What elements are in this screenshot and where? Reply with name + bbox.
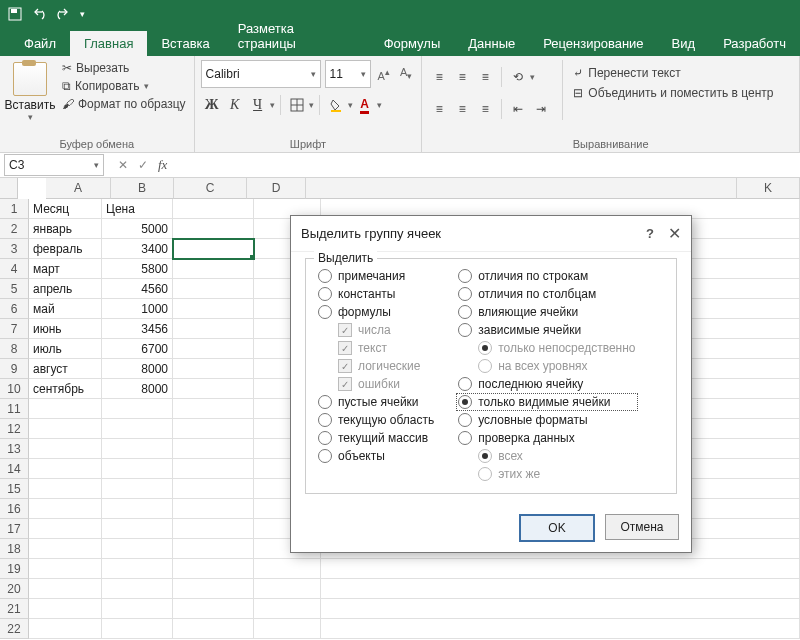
row-head[interactable]: 12 (0, 419, 29, 439)
opt-row-diff[interactable]: отличия по строкам (458, 269, 635, 283)
cell[interactable]: Месяц (29, 199, 102, 219)
cell[interactable] (29, 599, 102, 619)
cell[interactable] (321, 599, 800, 619)
col-head-b[interactable]: B (111, 178, 174, 199)
opt-col-diff[interactable]: отличия по столбцам (458, 287, 635, 301)
cell[interactable] (173, 239, 254, 259)
row-head[interactable]: 22 (0, 619, 29, 639)
row-head[interactable]: 16 (0, 499, 29, 519)
opt-comments[interactable]: примечания (318, 269, 434, 283)
cell[interactable] (254, 559, 321, 579)
row-head[interactable]: 3 (0, 239, 29, 259)
align-right-icon[interactable]: ≡ (474, 98, 496, 120)
qat-customize-icon[interactable]: ▾ (80, 9, 85, 19)
cell[interactable] (29, 619, 102, 639)
opt-visible-only[interactable]: только видимые ячейки (458, 395, 635, 409)
opt-objects[interactable]: объекты (318, 449, 434, 463)
row-head[interactable]: 2 (0, 219, 29, 239)
cell[interactable] (321, 619, 800, 639)
cell[interactable] (173, 579, 254, 599)
cut-button[interactable]: ✂Вырезать (60, 60, 188, 76)
row-head[interactable]: 11 (0, 399, 29, 419)
cell[interactable]: август (29, 359, 102, 379)
row-head[interactable]: 19 (0, 559, 29, 579)
col-head-k[interactable]: K (737, 178, 800, 199)
col-head-c[interactable]: C (174, 178, 247, 199)
row-head[interactable]: 8 (0, 339, 29, 359)
cell[interactable] (173, 199, 254, 219)
redo-icon[interactable] (56, 7, 70, 21)
cell[interactable] (102, 459, 173, 479)
row-head[interactable]: 20 (0, 579, 29, 599)
merge-center-button[interactable]: ⊟Объединить и поместить в центр (573, 86, 773, 100)
row-head[interactable]: 17 (0, 519, 29, 539)
opt-blanks[interactable]: пустые ячейки (318, 395, 434, 409)
row-head[interactable]: 1 (0, 199, 29, 219)
cell[interactable]: февраль (29, 239, 102, 259)
cell[interactable] (102, 579, 173, 599)
tab-review[interactable]: Рецензирование (529, 31, 657, 56)
cell[interactable] (173, 519, 254, 539)
row-head[interactable]: 13 (0, 439, 29, 459)
cell[interactable]: январь (29, 219, 102, 239)
undo-icon[interactable] (32, 7, 46, 21)
opt-last-cell[interactable]: последнюю ячейку (458, 377, 635, 391)
cell[interactable] (173, 559, 254, 579)
cell[interactable] (29, 479, 102, 499)
cell[interactable] (173, 459, 254, 479)
cancel-button[interactable]: Отмена (605, 514, 679, 540)
cell[interactable] (173, 479, 254, 499)
cell[interactable] (173, 279, 254, 299)
align-middle-icon[interactable]: ≡ (451, 66, 473, 88)
tab-dev[interactable]: Разработч (709, 31, 800, 56)
save-icon[interactable] (8, 7, 22, 21)
wrap-text-button[interactable]: ⤶Перенести текст (573, 66, 773, 80)
tab-file[interactable]: Файл (10, 31, 70, 56)
cell[interactable]: март (29, 259, 102, 279)
row-head[interactable]: 5 (0, 279, 29, 299)
cell[interactable] (102, 399, 173, 419)
opt-formulas[interactable]: формулы (318, 305, 434, 319)
cell[interactable] (29, 419, 102, 439)
cell[interactable] (29, 579, 102, 599)
decrease-font-icon[interactable]: A▾ (397, 66, 415, 81)
underline-button[interactable]: Ч (247, 94, 269, 116)
align-center-icon[interactable]: ≡ (451, 98, 473, 120)
accept-formula-icon[interactable]: ✓ (138, 158, 148, 172)
cell[interactable] (102, 439, 173, 459)
col-head-a[interactable]: A (46, 178, 111, 199)
decrease-indent-icon[interactable]: ⇤ (507, 98, 529, 120)
row-head[interactable]: 15 (0, 479, 29, 499)
format-painter-button[interactable]: 🖌Формат по образцу (60, 96, 188, 112)
fill-color-button[interactable] (325, 94, 347, 116)
opt-cond-formats[interactable]: условные форматы (458, 413, 635, 427)
cell[interactable] (102, 519, 173, 539)
cell[interactable] (102, 559, 173, 579)
cell[interactable] (102, 599, 173, 619)
tab-home[interactable]: Главная (70, 31, 147, 56)
cell[interactable]: Цена (102, 199, 173, 219)
row-head[interactable]: 14 (0, 459, 29, 479)
cell[interactable] (254, 599, 321, 619)
cell[interactable] (102, 619, 173, 639)
cell[interactable]: 6700 (102, 339, 173, 359)
cell[interactable] (29, 399, 102, 419)
tab-insert[interactable]: Вставка (147, 31, 223, 56)
increase-indent-icon[interactable]: ⇥ (530, 98, 552, 120)
name-box[interactable]: C3▾ (4, 154, 104, 176)
row-head[interactable]: 10 (0, 379, 29, 399)
cell[interactable] (102, 479, 173, 499)
opt-dependents[interactable]: зависимые ячейки (458, 323, 635, 337)
opt-constants[interactable]: константы (318, 287, 434, 301)
font-size-select[interactable]: 11▾ (325, 60, 371, 88)
cell[interactable] (173, 419, 254, 439)
cell[interactable] (173, 439, 254, 459)
cell[interactable] (173, 619, 254, 639)
cell[interactable] (173, 599, 254, 619)
cell[interactable] (173, 259, 254, 279)
cell[interactable] (254, 579, 321, 599)
cell[interactable]: 5800 (102, 259, 173, 279)
cell[interactable] (29, 539, 102, 559)
italic-button[interactable]: К (224, 94, 246, 116)
col-head-d[interactable]: D (247, 178, 306, 199)
